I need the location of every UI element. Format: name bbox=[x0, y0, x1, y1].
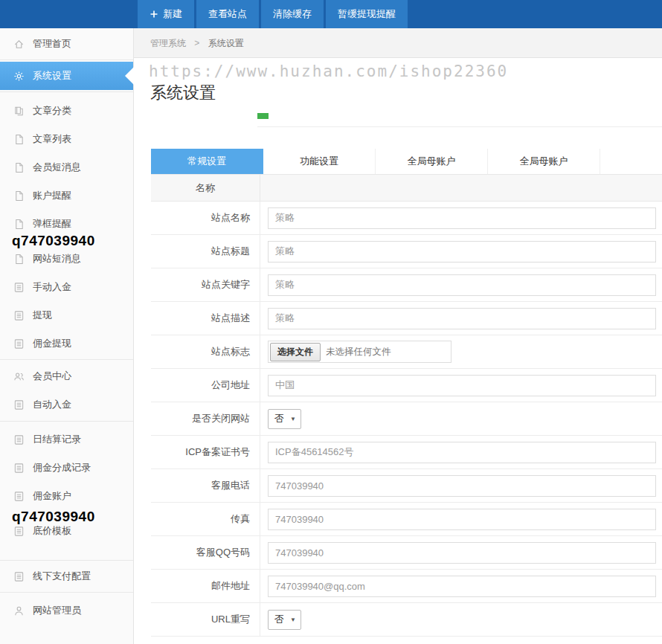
sidebar-item-label: 佣金账户 bbox=[33, 489, 71, 503]
sidebar-item-label: 管理首页 bbox=[33, 37, 71, 51]
sidebar-item-4-2[interactable]: 佣金账户 bbox=[0, 482, 133, 510]
form-row-field bbox=[260, 235, 662, 268]
sidebar-item-label: 弹框提醒 bbox=[33, 217, 71, 231]
tab-0[interactable]: 常规设置 bbox=[151, 149, 263, 174]
breadcrumb-root[interactable]: 管理系统 bbox=[150, 38, 186, 48]
doc-icon bbox=[13, 190, 25, 202]
sidebar-item-2-7[interactable]: 提现 bbox=[0, 301, 133, 329]
form-row-label: 站点标题 bbox=[151, 235, 260, 268]
sidebar-item-3-0[interactable]: 会员中心 bbox=[0, 362, 133, 390]
sidebar-item-label: 线下支付配置 bbox=[33, 570, 91, 583]
text-input[interactable] bbox=[268, 274, 656, 296]
sidebar-item-2-5[interactable]: 网站短消息 bbox=[0, 245, 133, 273]
select[interactable]: 否▼ bbox=[268, 409, 301, 429]
sidebar-item-label: 系统设置 bbox=[33, 69, 71, 83]
sidebar-menu: 管理首页系统设置文章分类文章列表会员短消息账户提醒弹框提醒网站短消息手动入金提现… bbox=[0, 28, 133, 626]
topbar-button-1[interactable]: 查看站点 bbox=[196, 0, 259, 28]
text-input[interactable] bbox=[268, 509, 656, 530]
settings-form: 名称 站点名称站点标题站点关键字站点描述站点标志选择文件未选择任何文件公司地址是… bbox=[151, 174, 662, 637]
tab-2[interactable]: 全局母账户 bbox=[376, 149, 488, 174]
green-dash-decoration bbox=[257, 113, 269, 119]
form-row-label: 站点关键字 bbox=[151, 268, 260, 301]
chevron-down-icon: ▼ bbox=[290, 616, 296, 623]
form-row-label: 是否关闭网站 bbox=[151, 402, 260, 435]
form-row-label: 传真 bbox=[151, 503, 260, 535]
sidebar-group: 管理首页 bbox=[0, 28, 133, 60]
sidebar-item-2-1[interactable]: 文章列表 bbox=[0, 125, 133, 153]
sidebar-group: 会员中心自动入金 bbox=[0, 360, 133, 422]
file-input[interactable]: 选择文件未选择任何文件 bbox=[268, 341, 451, 363]
topbar-button-0[interactable]: 新建 bbox=[138, 0, 194, 28]
list-icon bbox=[13, 281, 25, 293]
form-row: 站点名称 bbox=[151, 202, 662, 235]
form-row: 传真 bbox=[151, 503, 662, 536]
form-row-label: 客服电话 bbox=[151, 469, 260, 502]
sidebar-item-2-0[interactable]: 文章分类 bbox=[0, 97, 133, 125]
topbar: 新建查看站点清除缓存暂缓提现提醒 bbox=[0, 0, 662, 28]
user-icon bbox=[13, 605, 25, 616]
url-watermark: https://www.huzhan.com/ishop22360 bbox=[149, 62, 508, 80]
form-row-field bbox=[260, 503, 662, 535]
form-row-field: 否▼ bbox=[260, 603, 662, 636]
form-row: ICP备案证书号 bbox=[151, 436, 662, 469]
sidebar: 管理首页系统设置文章分类文章列表会员短消息账户提醒弹框提醒网站短消息手动入金提现… bbox=[0, 28, 134, 644]
form-row: 站点关键字 bbox=[151, 268, 662, 302]
chevron-down-icon: ▼ bbox=[290, 416, 296, 422]
tab-1[interactable]: 功能设置 bbox=[263, 149, 376, 174]
sidebar-item-2-4[interactable]: 弹框提醒 bbox=[0, 210, 133, 238]
topbar-button-label: 清除缓存 bbox=[273, 7, 312, 21]
form-row: 邮件地址 bbox=[151, 570, 662, 603]
breadcrumb-separator: > bbox=[194, 38, 199, 48]
select[interactable]: 否▼ bbox=[268, 610, 301, 630]
sidebar-item-0-0[interactable]: 管理首页 bbox=[0, 30, 133, 58]
form-row: 站点描述 bbox=[151, 302, 662, 335]
sidebar-item-label: 会员短消息 bbox=[33, 161, 81, 174]
tab-3[interactable]: 全局母账户 bbox=[488, 149, 600, 174]
sidebar-item-label: 佣金提现 bbox=[33, 337, 71, 350]
list-icon bbox=[13, 462, 25, 474]
topbar-button-3[interactable]: 暂缓提现提醒 bbox=[326, 0, 408, 28]
form-row-field bbox=[260, 436, 662, 468]
form-row: URL重写否▼ bbox=[151, 603, 662, 637]
sidebar-item-5-0[interactable]: 线下支付配置 bbox=[0, 562, 133, 590]
text-input[interactable] bbox=[268, 442, 656, 463]
sidebar-item-label: 佣金分成记录 bbox=[33, 461, 91, 474]
sidebar-item-2-8[interactable]: 佣金提现 bbox=[0, 329, 133, 358]
topbar-button-label: 查看站点 bbox=[208, 7, 247, 21]
doc-icon bbox=[13, 161, 25, 173]
text-input[interactable] bbox=[268, 475, 656, 497]
form-header-label: 名称 bbox=[151, 175, 260, 201]
decor-line bbox=[257, 126, 662, 127]
sidebar-item-4-0[interactable]: 日结算记录 bbox=[0, 425, 133, 454]
form-row-field bbox=[260, 369, 662, 402]
gear-icon bbox=[13, 70, 25, 82]
text-input[interactable] bbox=[268, 241, 656, 263]
breadcrumb: 管理系统 > 系统设置 bbox=[134, 28, 662, 58]
sidebar-item-2-3[interactable]: 账户提醒 bbox=[0, 181, 133, 210]
form-row-label: 邮件地址 bbox=[151, 570, 260, 602]
text-input[interactable] bbox=[268, 576, 656, 597]
sidebar-item-4-1[interactable]: 佣金分成记录 bbox=[0, 454, 133, 482]
sidebar-item-2-2[interactable]: 会员短消息 bbox=[0, 153, 133, 181]
topbar-buttons: 新建查看站点清除缓存暂缓提现提醒 bbox=[138, 0, 408, 28]
form-row-field bbox=[260, 469, 662, 502]
list-icon bbox=[13, 399, 25, 410]
sidebar-item-6-0[interactable]: 网站管理员 bbox=[0, 596, 133, 625]
sidebar-item-label: 底价模板 bbox=[33, 524, 71, 538]
text-input[interactable] bbox=[268, 308, 656, 329]
form-row-field bbox=[260, 302, 662, 335]
form-row-label: ICP备案证书号 bbox=[151, 436, 260, 468]
sidebar-item-2-6[interactable]: 手动入金 bbox=[0, 273, 133, 301]
form-row-field bbox=[260, 570, 662, 602]
sidebar-item-4-3[interactable]: 底价模板 bbox=[0, 517, 133, 545]
topbar-button-label: 新建 bbox=[163, 7, 182, 21]
form-row-field bbox=[260, 268, 662, 301]
form-rows: 站点名称站点标题站点关键字站点描述站点标志选择文件未选择任何文件公司地址是否关闭… bbox=[151, 202, 662, 637]
sidebar-item-1-0[interactable]: 系统设置 bbox=[0, 62, 133, 90]
text-input[interactable] bbox=[268, 207, 656, 229]
text-input[interactable] bbox=[268, 542, 656, 564]
text-input[interactable] bbox=[268, 375, 656, 396]
topbar-button-2[interactable]: 清除缓存 bbox=[261, 0, 324, 28]
sidebar-item-3-1[interactable]: 自动入金 bbox=[0, 390, 133, 419]
choose-file-button[interactable]: 选择文件 bbox=[270, 343, 321, 361]
